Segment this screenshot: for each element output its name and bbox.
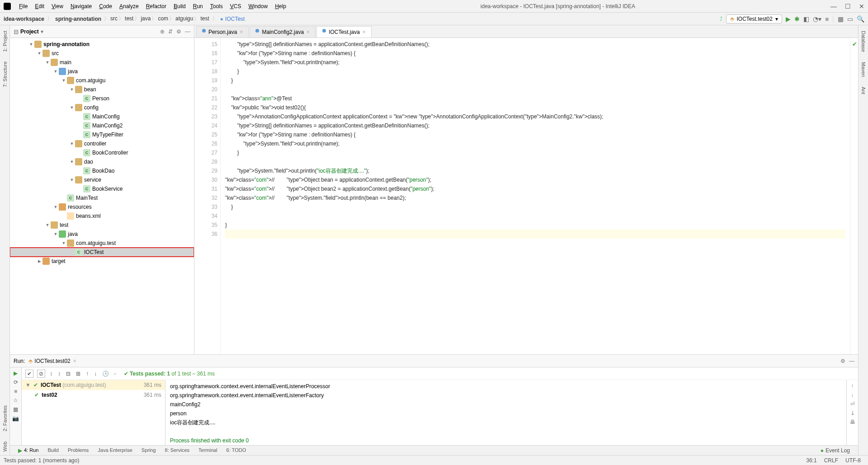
tree-item[interactable]: ▼bean <box>10 85 194 94</box>
soft-wrap-icon[interactable]: ⏎ <box>850 401 855 407</box>
tree-item[interactable]: ▶target <box>10 257 194 266</box>
bottom-tab[interactable]: 8: Services <box>160 447 194 454</box>
search-icon[interactable]: ▭ <box>847 15 853 23</box>
project-tool-tab[interactable]: 1: Project <box>1 27 9 55</box>
bottom-tab[interactable]: Build <box>43 447 63 454</box>
bottom-tab[interactable]: ▶4: Run <box>14 447 43 454</box>
down-icon[interactable]: ↓ <box>93 370 98 378</box>
close-tab-icon[interactable]: × <box>363 29 366 35</box>
tree-item[interactable]: Person <box>10 94 194 103</box>
debug-icon[interactable]: ✱ <box>794 15 800 23</box>
tree-item[interactable]: ▼resources <box>10 202 194 211</box>
scroll-down-icon[interactable]: ↓ <box>851 392 854 398</box>
ant-tool-tab[interactable]: Ant <box>860 83 867 98</box>
menu-tools[interactable]: Tools <box>207 3 226 9</box>
bottom-tab[interactable]: Problems <box>63 447 93 454</box>
minimize-icon[interactable]: — <box>830 3 837 10</box>
stop-icon[interactable]: ■ <box>825 15 829 23</box>
layout-icon[interactable]: ▦ <box>838 15 844 23</box>
tree-item[interactable]: ▼com.atguigu.test <box>10 239 194 248</box>
console-output[interactable]: org.springframework.context.event.intern… <box>165 380 846 445</box>
toggle-icon[interactable]: ⟳ <box>14 379 18 385</box>
pin-icon[interactable]: ☆ <box>13 397 18 404</box>
collapse-all-icon[interactable]: ⊞ <box>75 370 81 378</box>
tree-item[interactable]: BookDao <box>10 166 194 175</box>
gear-icon[interactable]: ⚙ <box>176 28 181 35</box>
close-icon[interactable]: ✕ <box>859 3 864 10</box>
profile-icon[interactable]: ◔▾ <box>813 15 821 23</box>
menu-vcs[interactable]: VCS <box>226 3 245 9</box>
tree-item[interactable]: ▼com.atguigu <box>10 76 194 85</box>
expand-icon[interactable]: ⇵ <box>168 28 173 35</box>
editor-tab[interactable]: MainConfig2.java× <box>250 26 316 38</box>
maven-tool-tab[interactable]: Maven <box>860 58 867 80</box>
tree-item[interactable]: ▼service <box>10 175 194 184</box>
menu-view[interactable]: View <box>48 3 67 9</box>
web-tool-tab[interactable]: Web <box>1 438 9 455</box>
menu-analyze[interactable]: Analyze <box>116 3 142 9</box>
build-icon[interactable]: ⤴ <box>720 16 722 22</box>
code-editor[interactable]: "type">String[] definitionNames = applic… <box>221 38 850 354</box>
run-config-name[interactable]: IOCTest.test02 <box>34 358 70 364</box>
expand-all-icon[interactable]: ⊟ <box>65 370 71 378</box>
menu-code[interactable]: Code <box>95 3 116 9</box>
menu-file[interactable]: File <box>15 3 31 9</box>
tree-item[interactable]: beans.xml <box>10 211 194 221</box>
tree-item[interactable]: ▼java <box>10 67 194 76</box>
menu-navigate[interactable]: Navigate <box>67 3 95 9</box>
locate-icon[interactable]: ⊕ <box>160 28 165 35</box>
line-separator[interactable]: CRLF <box>821 457 842 464</box>
hide-icon[interactable]: — <box>849 358 854 364</box>
tree-item[interactable]: ▼src <box>10 49 194 58</box>
tree-item[interactable]: ▼main <box>10 58 194 67</box>
find-icon[interactable]: 🔍 <box>857 15 864 23</box>
test-row[interactable]: ▼✔IOCTest (com.atguigu.test)361 ms <box>22 380 165 390</box>
scroll-up-icon[interactable]: ↑ <box>851 383 854 389</box>
editor-tab[interactable]: Person.java× <box>196 26 249 38</box>
print-icon[interactable]: 🖶 <box>850 419 855 425</box>
event-log-tab[interactable]: ●Event Log <box>816 447 854 454</box>
database-tool-tab[interactable]: Database <box>860 27 867 56</box>
menu-window[interactable]: Window <box>245 3 271 9</box>
stop-icon[interactable]: ■ <box>14 388 17 395</box>
favorites-tool-tab[interactable]: 2: Favorites <box>1 402 9 435</box>
up-icon[interactable]: ↑ <box>85 370 90 378</box>
gear-icon[interactable]: ⚙ <box>840 358 845 364</box>
editor-tab[interactable]: IOCTest.java× <box>316 26 372 38</box>
file-encoding[interactable]: UTF-8 <box>842 457 864 464</box>
tree-item[interactable]: MainConfig2 <box>10 121 194 130</box>
run-configuration-selector[interactable]: ⬘ IOCTest.test02 ▾ <box>726 14 782 23</box>
export-icon[interactable]: 📷 <box>12 415 19 422</box>
sort-icon-2[interactable]: ↕ <box>57 370 61 378</box>
sort-icon[interactable]: ↕ <box>49 370 53 378</box>
layout-icon[interactable]: ▦ <box>13 406 18 413</box>
tree-item[interactable]: ▼config <box>10 103 194 112</box>
maximize-icon[interactable]: ☐ <box>845 3 851 10</box>
tree-item[interactable]: MainTest <box>10 193 194 202</box>
scroll-end-icon[interactable]: ⤓ <box>850 410 855 416</box>
tree-item[interactable]: MainConfig <box>10 112 194 121</box>
bottom-tab[interactable]: Spring <box>137 447 160 454</box>
close-tab-icon[interactable]: × <box>73 358 76 364</box>
tree-item[interactable]: ▼test <box>10 221 194 230</box>
history-icon[interactable]: 🕓 <box>101 370 110 378</box>
run-icon[interactable]: ▶ <box>786 15 791 23</box>
structure-tool-tab[interactable]: 7: Structure <box>1 58 9 91</box>
tree-item[interactable]: BookService <box>10 184 194 193</box>
bottom-tab[interactable]: Java Enterprise <box>93 447 137 454</box>
show-passed-icon[interactable]: ✔ <box>25 370 33 378</box>
tree-item[interactable]: ▼dao <box>10 157 194 166</box>
caret-position[interactable]: 36:1 <box>802 457 820 464</box>
menu-help[interactable]: Help <box>271 3 290 9</box>
bottom-tab[interactable]: Terminal <box>194 447 222 454</box>
menu-refactor[interactable]: Refactor <box>142 3 170 9</box>
hide-icon[interactable]: — <box>185 28 190 35</box>
tree-item[interactable]: IOCTest <box>10 248 194 257</box>
menu-build[interactable]: Build <box>170 3 189 9</box>
tree-item[interactable]: BookController <box>10 148 194 157</box>
menu-run[interactable]: Run <box>189 3 207 9</box>
test-row[interactable]: ✔test02361 ms <box>22 390 165 400</box>
coverage-icon[interactable]: ◧ <box>803 15 809 23</box>
tree-item[interactable]: MyTypeFilter <box>10 130 194 139</box>
show-ignored-icon[interactable]: ⊘ <box>37 370 45 378</box>
